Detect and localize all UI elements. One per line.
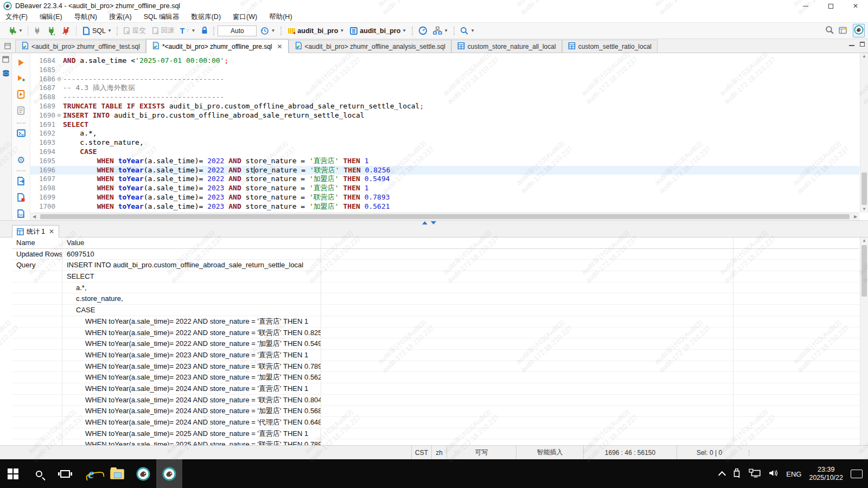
status-item-3[interactable]: 智能插入 xyxy=(516,446,583,459)
search-button[interactable]: ▼ xyxy=(458,25,476,36)
taskbar-search-button[interactable] xyxy=(26,459,52,488)
code-line-1684[interactable]: 1684AND a.sale_time <'2025-07-01 00:00:0… xyxy=(30,56,859,66)
table-row-5[interactable]: CASE xyxy=(12,305,859,316)
menu-item-1[interactable]: 编辑(E) xyxy=(40,12,62,22)
code-line-1687[interactable]: 1687-- 4.3 插入海外数据 xyxy=(30,84,859,93)
lock-icon[interactable] xyxy=(199,25,210,36)
chevron-down-icon[interactable]: ▼ xyxy=(470,28,475,33)
close-icon[interactable]: ✕ xyxy=(277,43,283,50)
status-item-0[interactable]: CST xyxy=(411,446,431,459)
table-row-4[interactable]: c.store_nature, xyxy=(12,293,859,305)
fold-marker-icon[interactable]: ⊖ xyxy=(55,111,63,120)
code-line-1696[interactable]: 1696 WHEN toYear(a.sale_time)= 2022 AND … xyxy=(30,166,859,175)
editor-tab-2[interactable]: <audit_bi_pro> zhumr_offline_analysis_se… xyxy=(289,40,451,53)
editor-tab-4[interactable]: custom_settle_ratio_local xyxy=(562,40,658,53)
settings-gear-icon[interactable]: ⚙ xyxy=(17,156,25,165)
menu-item-5[interactable]: 数据库(D) xyxy=(191,12,221,22)
scroll-down-arrow[interactable]: ▼ xyxy=(860,206,868,213)
scroll-right-arrow[interactable]: ▶ xyxy=(852,214,859,219)
minimize-button[interactable] xyxy=(793,0,818,12)
menu-item-4[interactable]: SQL 编辑器 xyxy=(144,12,180,22)
menu-item-3[interactable]: 搜索(A) xyxy=(109,12,132,22)
table-row-8[interactable]: WHEN toYear(a.sale_time)= 2022 AND store… xyxy=(12,338,859,350)
chevron-down-icon[interactable]: ▼ xyxy=(340,28,344,33)
restore-view-icon[interactable] xyxy=(2,55,9,65)
table-row-2[interactable]: SELECT xyxy=(12,271,859,282)
table-row-7[interactable]: WHEN toYear(a.sale_time)= 2022 AND store… xyxy=(12,328,859,339)
perspective-icon[interactable] xyxy=(839,25,848,36)
table-row-14[interactable]: WHEN toYear(a.sale_time)= 2024 AND store… xyxy=(12,406,859,417)
chevron-down-icon[interactable]: ▼ xyxy=(402,28,406,33)
clock[interactable]: 23:39 2025/10/22 xyxy=(809,466,843,482)
connection-selector[interactable]: audit_bi_pro ▼ xyxy=(285,25,346,36)
code-line-1697[interactable]: 1697 WHEN toYear(a.sale_time)= 2022 AND … xyxy=(30,175,859,184)
table-row-13[interactable]: WHEN toYear(a.sale_time)= 2024 AND store… xyxy=(12,395,859,406)
sql-editor-button[interactable]: SQL ▼ xyxy=(80,25,113,36)
fold-marker-icon[interactable]: ⊖ xyxy=(55,75,63,84)
tab-statistics[interactable]: 统计 1 ✕ xyxy=(12,225,59,237)
editor-vertical-scrollbar[interactable]: ▲ ▼ xyxy=(860,53,868,213)
close-button[interactable]: ✕ xyxy=(843,0,868,12)
execute-new-tab-button[interactable] xyxy=(17,74,25,85)
status-item-1[interactable]: zh xyxy=(431,446,446,459)
table-row-0[interactable]: Updated Rows6097510 xyxy=(12,249,859,260)
code-line-1698[interactable]: 1698 WHEN toYear(a.sale_time)= 2023 AND … xyxy=(30,184,859,193)
table-row-15[interactable]: WHEN toYear(a.sale_time)= 2024 AND store… xyxy=(12,417,859,428)
column-header-value[interactable]: Value xyxy=(62,237,321,248)
volume-icon[interactable] xyxy=(768,468,778,480)
dbeaver-taskbar-button-active[interactable] xyxy=(156,459,182,488)
code-line-1692[interactable]: 1692 a.*, xyxy=(30,129,859,138)
table-row-16[interactable]: WHEN toYear(a.sale_time)= 2025 AND store… xyxy=(12,428,859,440)
templates-button[interactable]: (x) xyxy=(17,209,25,220)
internet-explorer-button[interactable]: e xyxy=(78,459,104,488)
code-line-1693[interactable]: 1693 c.store_nature, xyxy=(30,138,859,147)
reconnect-button[interactable] xyxy=(45,25,58,36)
rollback-button[interactable]: 回滚 xyxy=(150,25,176,36)
code-line-1690[interactable]: 1690⊖INSERT INTO audit_bi_pro.custom_off… xyxy=(30,111,859,120)
table-row-17[interactable]: WHEN toYear(a.sale_time)= 2025 AND store… xyxy=(12,439,859,445)
disconnect-button[interactable] xyxy=(60,25,72,36)
maximize-panel-icon[interactable] xyxy=(860,42,865,47)
menu-item-7[interactable]: 帮助(H) xyxy=(269,12,292,22)
code-line-1685[interactable]: 1685 xyxy=(30,66,859,75)
code-line-1689[interactable]: 1689TRUNCATE TABLE IF EXISTS audit_bi_pr… xyxy=(30,102,859,111)
status-item-5[interactable]: Sel: 0 | 0 xyxy=(676,446,742,459)
editor-tab-0[interactable]: <audit_bi_pro> zhumr_offline_test.sql xyxy=(15,40,146,53)
transaction-mode-button[interactable]: T∵ ▼ xyxy=(178,25,197,36)
chevron-down-icon[interactable]: ▼ xyxy=(444,28,448,33)
task-view-button[interactable] xyxy=(52,459,78,488)
minimize-panel-icon[interactable] xyxy=(849,42,854,46)
dbeaver-perspective-button[interactable] xyxy=(853,24,865,37)
table-row-11[interactable]: WHEN toYear(a.sale_time)= 2023 AND store… xyxy=(12,372,859,383)
code-line-1686[interactable]: 1686⊖-----------------------------------… xyxy=(30,75,859,84)
table-row-6[interactable]: WHEN toYear(a.sale_time)= 2022 AND store… xyxy=(12,316,859,328)
save-report-button[interactable] xyxy=(17,193,25,204)
scroll-up-arrow[interactable]: ▲ xyxy=(860,53,868,60)
status-item-2[interactable]: 可写 xyxy=(446,446,516,459)
explain-plan-button[interactable] xyxy=(17,106,25,117)
splitter-collapse-down-icon[interactable] xyxy=(431,221,436,224)
export-result-button[interactable] xyxy=(17,177,25,188)
table-row-3[interactable]: a.*, xyxy=(12,282,859,294)
menu-item-0[interactable]: 文件(F) xyxy=(5,12,28,22)
close-icon[interactable]: ✕ xyxy=(49,228,54,235)
dbeaver-taskbar-button[interactable] xyxy=(130,459,156,488)
erd-button[interactable]: ▼ xyxy=(431,25,450,36)
chevron-down-icon[interactable]: ▼ xyxy=(271,28,275,33)
table-row-12[interactable]: WHEN toYear(a.sale_time)= 2024 AND store… xyxy=(12,383,859,395)
database-selector[interactable]: audit_bi_pro ▼ xyxy=(348,25,408,36)
transaction-log-button[interactable]: ▼ xyxy=(259,25,277,36)
execute-statement-button[interactable] xyxy=(17,59,25,69)
panel-splitter[interactable] xyxy=(0,220,868,225)
splitter-collapse-up-icon[interactable] xyxy=(422,221,427,224)
execute-script-button[interactable] xyxy=(17,90,25,101)
scroll-up-arrow[interactable]: ▲ xyxy=(860,237,868,244)
file-explorer-button[interactable] xyxy=(104,459,130,488)
notification-center-icon[interactable] xyxy=(851,470,863,478)
chevron-down-icon[interactable]: ▼ xyxy=(18,28,23,33)
quick-search-icon[interactable] xyxy=(825,25,834,36)
column-header-name[interactable]: Name xyxy=(12,237,62,248)
language-indicator[interactable]: ENG xyxy=(786,470,801,478)
restore-panel-icon[interactable] xyxy=(0,39,15,53)
chevron-down-icon[interactable]: ▼ xyxy=(107,28,112,33)
